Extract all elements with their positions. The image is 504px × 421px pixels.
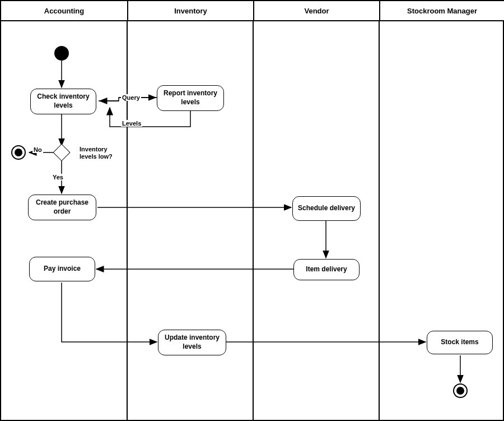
activity-schedule-delivery: Schedule delivery xyxy=(292,196,361,221)
decision-label: Inventory levels low? xyxy=(78,146,118,160)
activity-stock-items: Stock items xyxy=(427,331,493,354)
activity-pay-invoice: Pay invoice xyxy=(29,257,95,281)
activity-check-inventory: Check inventory levels xyxy=(30,89,96,114)
lane-header-stockroom: Stockroom Manager xyxy=(379,1,504,21)
lane-header-inventory: Inventory xyxy=(127,1,253,21)
lane-header-accounting: Accounting xyxy=(1,1,127,21)
lane-header-vendor: Vendor xyxy=(253,1,379,21)
end-node-final xyxy=(453,383,468,398)
lane-divider xyxy=(253,21,254,420)
activity-report-inventory: Report inventory levels xyxy=(157,85,224,111)
lane-divider xyxy=(379,21,380,420)
lane-divider xyxy=(127,21,128,420)
label-query: Query xyxy=(121,94,141,101)
label-yes: Yes xyxy=(52,174,64,181)
start-node xyxy=(54,46,69,61)
label-no: No xyxy=(32,146,43,153)
activity-item-delivery: Item delivery xyxy=(293,259,360,280)
swimlane-diagram: Accounting Inventory Vendor Stockroom Ma… xyxy=(0,0,504,421)
end-node-no xyxy=(11,145,26,160)
decision-inventory-low xyxy=(53,144,70,161)
label-levels: Levels xyxy=(121,120,142,127)
activity-update-inventory: Update inventory levels xyxy=(158,330,226,355)
activity-create-po: Create purchase order xyxy=(28,195,96,220)
